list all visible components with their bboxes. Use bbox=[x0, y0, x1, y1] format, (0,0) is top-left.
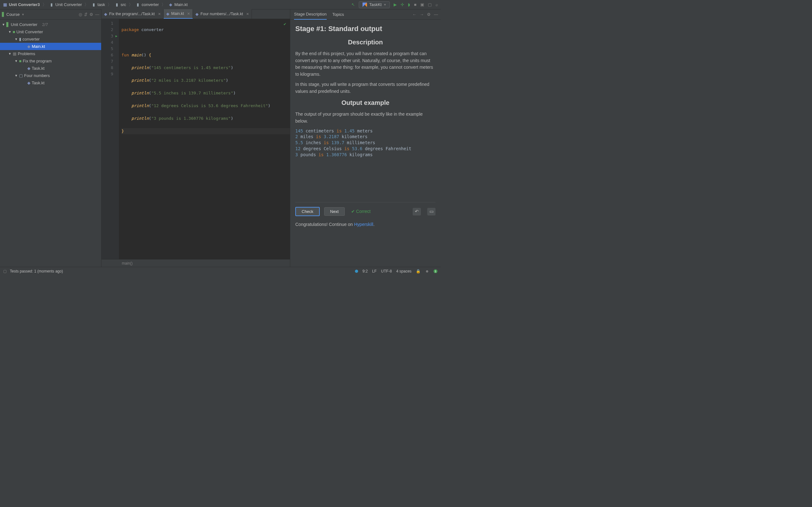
stop-icon[interactable]: ■ bbox=[414, 2, 416, 7]
editor-tab[interactable]: ◆Fix the program/.../Task.kt✕ bbox=[101, 9, 164, 19]
breadcrumb-item[interactable]: ▮Unit Converter bbox=[49, 2, 82, 7]
close-icon[interactable]: ✕ bbox=[158, 12, 161, 16]
description-p2: In this stage, you will write a program … bbox=[295, 81, 436, 95]
person-icon[interactable]: ☻ bbox=[425, 269, 429, 274]
breadcrumb-item[interactable]: ▦Unit Converter3 bbox=[3, 2, 40, 7]
run-gutter-icon[interactable]: ▶ bbox=[115, 33, 117, 39]
course-title[interactable]: ▋ Course ▼ bbox=[2, 12, 77, 17]
breadcrumb-item[interactable]: ▮converter bbox=[136, 2, 159, 7]
check-button[interactable]: Check bbox=[295, 207, 320, 216]
book-icon: ▋ bbox=[6, 22, 9, 27]
book-icon: ▋ bbox=[2, 12, 5, 17]
output-heading: Output example bbox=[295, 98, 436, 108]
tree-item-task[interactable]: ▼■Fix the program bbox=[0, 57, 101, 65]
tree-item-task[interactable]: ▼▢Four numbers bbox=[0, 72, 101, 79]
stage-title: Stage #1: Standard output bbox=[295, 23, 436, 34]
back-icon[interactable]: ← bbox=[412, 12, 416, 17]
status-tests[interactable]: Tests passed: 1 (moments ago) bbox=[10, 269, 63, 274]
folder-icon: ▮ bbox=[136, 2, 141, 7]
tree-item-file-main[interactable]: ◆Main.kt bbox=[0, 43, 101, 50]
next-button[interactable]: Next bbox=[324, 207, 345, 216]
search-icon[interactable]: ⌕ bbox=[436, 2, 438, 7]
output-example: 145 centimeters is 1.45 meters2 miles is… bbox=[295, 128, 436, 158]
cursor-position[interactable]: 9:2 bbox=[362, 269, 368, 274]
folder-icon: ▮ bbox=[49, 2, 54, 7]
gear-icon[interactable]: ⚙ bbox=[427, 12, 431, 17]
congrats-text: Congratulations! Continue on Hyperskill. bbox=[295, 221, 436, 228]
breadcrumb-item[interactable]: ◆Main.kt bbox=[168, 2, 188, 7]
output-intro: The output of your program should be exa… bbox=[295, 111, 436, 124]
hyperskill-link[interactable]: Hyperskill bbox=[354, 222, 373, 227]
run-coverage-icon[interactable]: ◗ bbox=[408, 2, 410, 7]
tab-stage-description[interactable]: Stage Description bbox=[294, 9, 327, 20]
kotlin-file-icon: ◆ bbox=[27, 80, 31, 85]
course-tree: ▼▋Unit Converter 2/7 ▼■Unit Converter ▼▮… bbox=[0, 20, 101, 88]
folder-icon: ▮ bbox=[19, 37, 21, 42]
project-icon: ▦ bbox=[3, 2, 8, 7]
kotlin-file-icon: ◆ bbox=[168, 2, 173, 7]
editor-area: ◆Fix the program/.../Task.kt✕ ◆Main.kt✕ … bbox=[101, 9, 290, 267]
debug-icon[interactable]: ✢ bbox=[401, 2, 404, 7]
minimize-icon[interactable]: — bbox=[95, 12, 99, 17]
status-indicator-icon[interactable] bbox=[355, 270, 358, 273]
tree-item-package[interactable]: ▼▮converter bbox=[0, 36, 101, 43]
tree-item-problems[interactable]: ▼▦Problems bbox=[0, 50, 101, 57]
breadcrumb-item[interactable]: ▮src bbox=[114, 2, 126, 7]
breadcrumb: ▦Unit Converter3〉 ▮Unit Converter〉 ▮task… bbox=[3, 2, 188, 8]
undo-button[interactable]: ↶ bbox=[413, 208, 421, 216]
tree-item-file[interactable]: ◆Task.kt bbox=[0, 79, 101, 87]
layout-icon[interactable]: ▣ bbox=[420, 2, 424, 7]
build-icon[interactable]: ↖ bbox=[351, 2, 355, 7]
code-content[interactable]: ✔package converter fun main() { println(… bbox=[119, 19, 290, 259]
chevron-down-icon: ▼ bbox=[21, 13, 24, 16]
run-icon[interactable]: ▶ bbox=[394, 2, 397, 7]
square-icon: ■ bbox=[13, 30, 15, 34]
grid-icon: ▦ bbox=[13, 51, 16, 56]
description-p1: By the end of this project, you will hav… bbox=[295, 50, 436, 78]
target-icon[interactable]: ◎ bbox=[79, 12, 82, 17]
tab-topics[interactable]: Topics bbox=[333, 9, 344, 20]
tool-window-icon[interactable]: ▢ bbox=[3, 269, 7, 274]
tree-item-lesson[interactable]: ▼■Unit Converter bbox=[0, 28, 101, 36]
kotlin-icon bbox=[362, 2, 367, 7]
square-icon: ■ bbox=[19, 59, 21, 63]
editor-tabs: ◆Fix the program/.../Task.kt✕ ◆Main.kt✕ … bbox=[101, 9, 290, 19]
line-separator[interactable]: LF bbox=[372, 269, 376, 274]
editor-tab[interactable]: ◆Four numbers/.../Task.kt✕ bbox=[193, 9, 252, 19]
gear-icon[interactable]: ⚙ bbox=[90, 12, 93, 17]
kotlin-file-icon: ◆ bbox=[166, 11, 169, 16]
chevron-down-icon: ▼ bbox=[384, 3, 386, 6]
gutter: 1 2 3 4 5 6 7 8 9 ▶ bbox=[101, 19, 119, 259]
status-bar: ▢ Tests passed: 1 (moments ago) 9:2 LF U… bbox=[0, 267, 441, 275]
close-icon[interactable]: ✕ bbox=[187, 12, 190, 16]
task-description-panel: Stage Description Topics ← → ⚙ — Stage #… bbox=[290, 9, 441, 267]
check-icon: ✔ bbox=[351, 208, 355, 215]
kotlin-file-icon: ◆ bbox=[104, 12, 107, 16]
breadcrumb-item[interactable]: ▮task bbox=[91, 2, 105, 7]
close-icon[interactable]: ✕ bbox=[246, 12, 249, 16]
course-panel: ▋ Course ▼ ◎ ⇵ ⚙ — ▼▋Unit Converter 2/7 … bbox=[0, 9, 101, 267]
encoding[interactable]: UTF-8 bbox=[381, 269, 392, 274]
inspection-ok-icon[interactable]: ✔ bbox=[284, 21, 286, 27]
collapse-icon[interactable]: ⇵ bbox=[84, 12, 88, 17]
comment-button[interactable]: ▭ bbox=[427, 208, 436, 216]
code-editor[interactable]: 1 2 3 4 5 6 7 8 9 ▶ ✔package converter f… bbox=[101, 19, 290, 259]
lock-icon[interactable]: 🔒 bbox=[416, 269, 420, 274]
minimize-icon[interactable]: — bbox=[434, 12, 438, 17]
indent[interactable]: 4 spaces bbox=[396, 269, 411, 274]
forward-icon[interactable]: → bbox=[420, 12, 424, 17]
breadcrumb-footer[interactable]: main() bbox=[101, 259, 290, 267]
kotlin-file-icon: ◆ bbox=[195, 12, 199, 16]
editor-tab-active[interactable]: ◆Main.kt✕ bbox=[164, 9, 193, 19]
kotlin-file-icon: ◆ bbox=[27, 44, 31, 49]
description-heading: Description bbox=[295, 38, 436, 47]
kotlin-file-icon: ◆ bbox=[27, 66, 31, 71]
notification-badge[interactable]: 1 bbox=[434, 269, 438, 273]
tree-item-root[interactable]: ▼▋Unit Converter 2/7 bbox=[0, 21, 101, 28]
tree-item-file[interactable]: ◆Task.kt bbox=[0, 65, 101, 72]
top-toolbar: ▦Unit Converter3〉 ▮Unit Converter〉 ▮task… bbox=[0, 0, 441, 9]
run-config-selector[interactable]: TaskKt ▼ bbox=[359, 1, 390, 8]
window-icon[interactable]: ▢ bbox=[428, 2, 432, 7]
folder-icon: ▮ bbox=[114, 2, 119, 7]
square-icon: ▢ bbox=[19, 73, 23, 78]
